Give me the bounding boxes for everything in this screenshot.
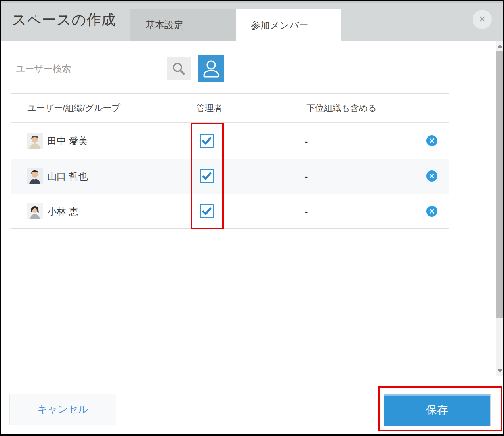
member-name: 小林 恵: [47, 205, 78, 218]
remove-member-button-kobayashi[interactable]: [426, 206, 437, 217]
scrollbar-thumb[interactable]: [496, 51, 503, 318]
suborg-dash: -: [305, 205, 308, 218]
close-button[interactable]: ✕: [473, 10, 492, 29]
suborg-dash: -: [305, 135, 308, 147]
check-icon: [201, 135, 213, 147]
remove-x-icon: [430, 174, 434, 178]
table-row-kobayashi: 小林 恵 -: [11, 194, 449, 229]
select-user-button[interactable]: [198, 55, 224, 82]
scroll-down-icon: [498, 369, 502, 373]
remove-member-button-yamaguchi[interactable]: [426, 170, 437, 182]
check-icon: [201, 170, 213, 182]
remove-member-button-tanaka[interactable]: [426, 135, 437, 146]
avatar-tanaka: [27, 133, 43, 149]
scrollbar-down-button[interactable]: [496, 366, 503, 376]
user-search-box: [11, 57, 191, 80]
remove-x-icon: [430, 138, 434, 143]
column-header-admin: 管理者: [196, 102, 222, 114]
members-table-header: ユーザー/組織/グループ 管理者 下位組織も含める: [11, 94, 449, 123]
check-icon: [201, 205, 213, 217]
tab-basic-settings-label: 基本設定: [145, 19, 183, 31]
user-icon: [202, 59, 220, 78]
search-icon: [172, 61, 186, 76]
save-button[interactable]: 保存: [384, 394, 491, 426]
dialog-header: スペースの作成 基本設定 参加メンバー ✕: [0, 0, 504, 41]
scroll-up-icon: [498, 44, 502, 48]
tab-members-label: 参加メンバー: [251, 19, 309, 32]
cancel-button-label: キャンセル: [38, 403, 88, 416]
close-icon: ✕: [479, 15, 486, 24]
vertical-scrollbar: [496, 41, 503, 376]
admin-checkbox-tanaka[interactable]: [200, 134, 214, 148]
remove-x-icon: [430, 209, 434, 214]
member-name: 田中 愛美: [47, 135, 88, 147]
cancel-button[interactable]: キャンセル: [9, 394, 116, 425]
avatar-yamaguchi: [27, 168, 43, 184]
suborg-dash: -: [305, 170, 308, 182]
member-name: 山口 哲也: [47, 170, 88, 183]
admin-checkbox-yamaguchi[interactable]: [200, 169, 214, 183]
admin-checkbox-kobayashi[interactable]: [200, 204, 214, 218]
search-button[interactable]: [167, 57, 191, 80]
tab-members[interactable]: 参加メンバー: [236, 9, 341, 42]
column-header-user: ユーザー/組織/グループ: [27, 102, 120, 114]
column-header-suborg: 下位組織も含める: [306, 102, 377, 114]
table-row-yamaguchi: 山口 哲也 -: [11, 159, 449, 194]
tab-basic-settings[interactable]: 基本設定: [130, 9, 236, 41]
members-table: ユーザー/組織/グループ 管理者 下位組織も含める 田中 愛美 -: [11, 93, 449, 229]
avatar-kobayashi: [27, 203, 43, 219]
page-title: スペースの作成: [12, 10, 116, 30]
members-panel: ユーザー/組織/グループ 管理者 下位組織も含める 田中 愛美 -: [0, 41, 504, 376]
scrollbar-up-button[interactable]: [496, 41, 503, 51]
dialog-footer: キャンセル 保存: [0, 376, 504, 436]
search-input[interactable]: [11, 57, 167, 80]
save-button-label: 保存: [426, 403, 448, 418]
table-row-tanaka: 田中 愛美 -: [11, 123, 449, 159]
